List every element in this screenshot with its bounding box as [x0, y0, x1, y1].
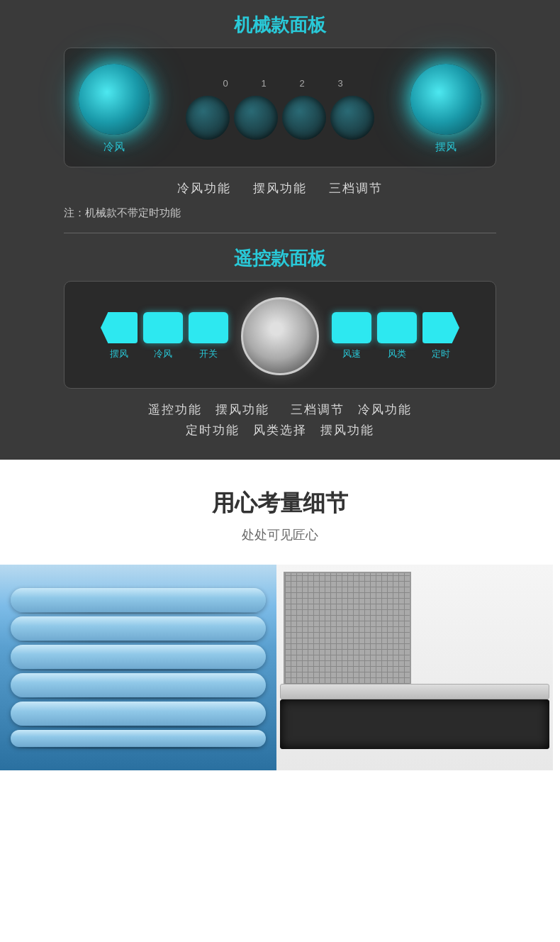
wind-speed-btn[interactable]	[332, 312, 371, 343]
remote-features-row1: 遥控功能 摆风功能 三档调节 冷风功能	[0, 401, 560, 418]
remote-left-labels: 摆风 冷风 开关	[101, 348, 228, 360]
mechanical-panel-box: 冷风 0 1 2 3 摆风	[64, 48, 496, 167]
rf-remote: 遥控功能	[148, 403, 202, 416]
remote-features-row2: 定时功能 风类选择 摆风功能	[0, 422, 560, 438]
swing-btn-left[interactable]	[101, 312, 138, 343]
appliance-body	[276, 565, 553, 770]
speed-circles	[186, 96, 374, 140]
speed-selector-group: 0 1 2 3	[186, 78, 374, 140]
cold-wind-label: 冷风	[103, 140, 125, 154]
remote-title: 遥控款面板	[0, 233, 560, 281]
remote-right-labels: 风速 风类 定时	[332, 348, 459, 360]
mechanical-features: 冷风功能 摆风功能 三档调节	[0, 180, 560, 196]
drawer-area	[280, 699, 549, 749]
mechanical-section: 机械款面板 冷风 0 1 2 3	[0, 0, 560, 460]
remote-left-group: 摆风 冷风 开关	[101, 312, 228, 360]
photos-row	[0, 565, 560, 770]
craftsmanship-subtitle: 处处可见匠心	[0, 526, 560, 543]
photo-fins	[0, 565, 276, 770]
fin-2	[11, 616, 266, 641]
remote-center-circle	[241, 297, 319, 375]
swing-wind-circle	[410, 64, 481, 135]
speed-numbers: 0 1 2 3	[207, 78, 353, 89]
mechanical-note: 注：机械款不带定时功能	[64, 206, 496, 220]
speed-circle-3[interactable]	[330, 96, 374, 140]
wind-speed-label: 风速	[332, 348, 371, 360]
fin-1	[11, 588, 266, 612]
switch-btn[interactable]	[189, 312, 228, 343]
fin-5	[11, 702, 266, 726]
mechanical-title: 机械款面板	[0, 0, 560, 48]
fin-container	[0, 565, 276, 770]
cold-btn-label: 冷风	[143, 348, 183, 360]
photo-appliance	[276, 565, 553, 770]
cold-wind-group: 冷风	[79, 64, 150, 154]
speed-num-0: 0	[213, 78, 238, 89]
remote-right-btns	[332, 312, 459, 343]
fin-6	[11, 730, 266, 747]
rf-speed: 三档调节	[291, 403, 345, 416]
remote-center-group	[241, 297, 319, 375]
swing-wind-label: 摆风	[435, 140, 457, 154]
speed-circle-1[interactable]	[234, 96, 278, 140]
speed-num-1: 1	[251, 78, 276, 89]
swing-wind-group: 摆风	[410, 64, 481, 154]
wind-type-label: 风类	[377, 348, 417, 360]
rf-cold: 冷风功能	[358, 403, 412, 416]
switch-btn-label: 开关	[189, 348, 228, 360]
rf-swing: 摆风功能	[215, 403, 269, 416]
remote-right-group: 风速 风类 定时	[332, 312, 459, 360]
fin-4	[11, 673, 266, 697]
speed-circle-0[interactable]	[186, 96, 230, 140]
remote-controls-row: 摆风 冷风 开关 风速	[79, 297, 481, 375]
timer-label: 定时	[422, 348, 459, 360]
cold-btn[interactable]	[143, 312, 183, 343]
rf-wind-type: 风类选择	[253, 423, 307, 437]
wind-type-btn[interactable]	[377, 312, 417, 343]
feature-speed: 三档调节	[329, 182, 383, 195]
remote-left-btns	[101, 312, 228, 343]
cold-wind-circle	[79, 64, 150, 135]
drawer-handle	[280, 684, 549, 699]
timer-btn[interactable]	[422, 312, 459, 343]
speed-num-3: 3	[327, 78, 353, 89]
craftsmanship-section: 用心考量细节 处处可见匠心	[0, 460, 560, 770]
remote-features: 遥控功能 摆风功能 三档调节 冷风功能 定时功能 风类选择 摆风功能	[0, 401, 560, 438]
craftsmanship-title: 用心考量细节	[0, 488, 560, 519]
mechanical-controls: 冷风 0 1 2 3 摆风	[79, 64, 481, 154]
speed-circle-2[interactable]	[282, 96, 326, 140]
remote-panel-box: 摆风 冷风 开关 风速	[64, 281, 496, 389]
feature-cold: 冷风功能	[177, 182, 231, 195]
rf-timer: 定时功能	[186, 423, 240, 437]
swing-btn-label: 摆风	[101, 348, 138, 360]
fin-3	[11, 645, 266, 669]
rf-swing2: 摆风功能	[320, 423, 374, 437]
feature-swing: 摆风功能	[253, 182, 307, 195]
speed-num-2: 2	[289, 78, 315, 89]
